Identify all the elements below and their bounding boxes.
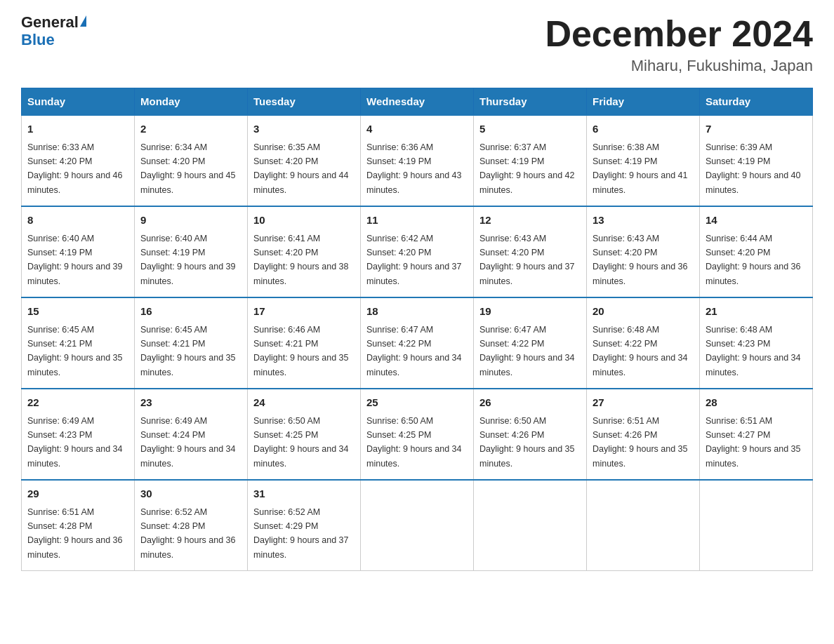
header-cell-monday: Monday: [135, 88, 248, 116]
day-info: Sunrise: 6:38 AMSunset: 4:19 PMDaylight:…: [593, 142, 688, 195]
day-cell: 13Sunrise: 6:43 AMSunset: 4:20 PMDayligh…: [587, 206, 700, 297]
header-cell-friday: Friday: [587, 88, 700, 116]
day-info: Sunrise: 6:51 AMSunset: 4:27 PMDaylight:…: [706, 416, 801, 469]
day-info: Sunrise: 6:42 AMSunset: 4:20 PMDaylight:…: [366, 234, 462, 286]
day-number: 18: [366, 304, 468, 320]
day-number: 23: [140, 395, 241, 411]
day-cell: [474, 480, 587, 571]
day-cell: 8Sunrise: 6:40 AMSunset: 4:19 PMDaylight…: [22, 206, 135, 297]
header-row: SundayMondayTuesdayWednesdayThursdayFrid…: [22, 88, 813, 116]
day-info: Sunrise: 6:52 AMSunset: 4:28 PMDaylight:…: [140, 507, 236, 560]
day-number: 14: [706, 213, 807, 229]
day-cell: 23Sunrise: 6:49 AMSunset: 4:24 PMDayligh…: [135, 389, 248, 480]
title-block: December 2024 Miharu, Fukushima, Japan: [545, 14, 813, 75]
day-cell: 26Sunrise: 6:50 AMSunset: 4:26 PMDayligh…: [474, 389, 587, 480]
day-number: 24: [253, 395, 355, 411]
day-number: 11: [366, 213, 468, 229]
day-cell: [361, 480, 474, 571]
day-info: Sunrise: 6:43 AMSunset: 4:20 PMDaylight:…: [593, 234, 688, 286]
day-cell: 28Sunrise: 6:51 AMSunset: 4:27 PMDayligh…: [700, 389, 813, 480]
day-number: 5: [479, 121, 581, 137]
day-number: 25: [366, 395, 468, 411]
day-number: 20: [593, 304, 694, 320]
day-cell: 19Sunrise: 6:47 AMSunset: 4:22 PMDayligh…: [474, 297, 587, 389]
day-number: 29: [27, 486, 128, 502]
day-info: Sunrise: 6:33 AMSunset: 4:20 PMDaylight:…: [27, 142, 123, 195]
day-number: 1: [27, 121, 128, 137]
day-info: Sunrise: 6:34 AMSunset: 4:20 PMDaylight:…: [140, 142, 236, 195]
day-cell: 17Sunrise: 6:46 AMSunset: 4:21 PMDayligh…: [248, 297, 361, 389]
day-info: Sunrise: 6:46 AMSunset: 4:21 PMDaylight:…: [253, 325, 349, 377]
day-cell: 2Sunrise: 6:34 AMSunset: 4:20 PMDaylight…: [135, 115, 248, 206]
day-info: Sunrise: 6:50 AMSunset: 4:26 PMDaylight:…: [479, 416, 575, 469]
day-number: 10: [253, 213, 355, 229]
week-row-5: 29Sunrise: 6:51 AMSunset: 4:28 PMDayligh…: [22, 480, 813, 571]
day-number: 17: [253, 304, 355, 320]
day-info: Sunrise: 6:49 AMSunset: 4:23 PMDaylight:…: [27, 416, 123, 469]
day-info: Sunrise: 6:35 AMSunset: 4:20 PMDaylight:…: [253, 142, 349, 195]
day-info: Sunrise: 6:50 AMSunset: 4:25 PMDaylight:…: [366, 416, 462, 469]
day-info: Sunrise: 6:41 AMSunset: 4:20 PMDaylight:…: [253, 234, 349, 286]
day-cell: 9Sunrise: 6:40 AMSunset: 4:19 PMDaylight…: [135, 206, 248, 297]
day-number: 21: [706, 304, 807, 320]
logo-blue: Blue: [21, 31, 55, 49]
day-cell: 20Sunrise: 6:48 AMSunset: 4:22 PMDayligh…: [587, 297, 700, 389]
header-cell-wednesday: Wednesday: [361, 88, 474, 116]
day-info: Sunrise: 6:51 AMSunset: 4:28 PMDaylight:…: [27, 507, 123, 560]
day-cell: 24Sunrise: 6:50 AMSunset: 4:25 PMDayligh…: [248, 389, 361, 480]
day-number: 22: [27, 395, 128, 411]
calendar-table: SundayMondayTuesdayWednesdayThursdayFrid…: [21, 88, 813, 571]
day-number: 28: [706, 395, 807, 411]
day-number: 19: [479, 304, 581, 320]
day-cell: 12Sunrise: 6:43 AMSunset: 4:20 PMDayligh…: [474, 206, 587, 297]
day-info: Sunrise: 6:47 AMSunset: 4:22 PMDaylight:…: [366, 325, 462, 377]
day-number: 26: [479, 395, 581, 411]
day-cell: 1Sunrise: 6:33 AMSunset: 4:20 PMDaylight…: [22, 115, 135, 206]
logo: General Blue: [21, 14, 86, 49]
day-number: 13: [593, 213, 694, 229]
day-cell: 16Sunrise: 6:45 AMSunset: 4:21 PMDayligh…: [135, 297, 248, 389]
day-info: Sunrise: 6:47 AMSunset: 4:22 PMDaylight:…: [479, 325, 575, 377]
day-number: 8: [27, 213, 128, 229]
day-cell: 6Sunrise: 6:38 AMSunset: 4:19 PMDaylight…: [587, 115, 700, 206]
day-cell: 14Sunrise: 6:44 AMSunset: 4:20 PMDayligh…: [700, 206, 813, 297]
calendar-body: 1Sunrise: 6:33 AMSunset: 4:20 PMDaylight…: [22, 115, 813, 571]
day-cell: 29Sunrise: 6:51 AMSunset: 4:28 PMDayligh…: [22, 480, 135, 571]
page-header: General Blue December 2024 Miharu, Fukus…: [21, 14, 813, 75]
day-cell: 30Sunrise: 6:52 AMSunset: 4:28 PMDayligh…: [135, 480, 248, 571]
day-cell: 25Sunrise: 6:50 AMSunset: 4:25 PMDayligh…: [361, 389, 474, 480]
calendar-header: SundayMondayTuesdayWednesdayThursdayFrid…: [22, 88, 813, 116]
week-row-1: 1Sunrise: 6:33 AMSunset: 4:20 PMDaylight…: [22, 115, 813, 206]
calendar-subtitle: Miharu, Fukushima, Japan: [545, 57, 813, 75]
calendar-title: December 2024: [545, 14, 813, 54]
day-number: 27: [593, 395, 694, 411]
day-cell: 21Sunrise: 6:48 AMSunset: 4:23 PMDayligh…: [700, 297, 813, 389]
day-info: Sunrise: 6:44 AMSunset: 4:20 PMDaylight:…: [706, 234, 801, 286]
day-info: Sunrise: 6:40 AMSunset: 4:19 PMDaylight:…: [27, 234, 123, 286]
day-cell: 10Sunrise: 6:41 AMSunset: 4:20 PMDayligh…: [248, 206, 361, 297]
day-info: Sunrise: 6:51 AMSunset: 4:26 PMDaylight:…: [593, 416, 688, 469]
day-cell: [587, 480, 700, 571]
day-info: Sunrise: 6:45 AMSunset: 4:21 PMDaylight:…: [140, 325, 236, 377]
day-cell: 5Sunrise: 6:37 AMSunset: 4:19 PMDaylight…: [474, 115, 587, 206]
day-cell: 18Sunrise: 6:47 AMSunset: 4:22 PMDayligh…: [361, 297, 474, 389]
day-info: Sunrise: 6:43 AMSunset: 4:20 PMDaylight:…: [479, 234, 575, 286]
day-cell: 27Sunrise: 6:51 AMSunset: 4:26 PMDayligh…: [587, 389, 700, 480]
day-number: 6: [593, 121, 694, 137]
day-number: 2: [140, 121, 241, 137]
header-cell-tuesday: Tuesday: [248, 88, 361, 116]
day-number: 30: [140, 486, 241, 502]
day-number: 12: [479, 213, 581, 229]
day-cell: 15Sunrise: 6:45 AMSunset: 4:21 PMDayligh…: [22, 297, 135, 389]
day-info: Sunrise: 6:48 AMSunset: 4:22 PMDaylight:…: [593, 325, 688, 377]
day-info: Sunrise: 6:45 AMSunset: 4:21 PMDaylight:…: [27, 325, 123, 377]
day-cell: 11Sunrise: 6:42 AMSunset: 4:20 PMDayligh…: [361, 206, 474, 297]
day-cell: 22Sunrise: 6:49 AMSunset: 4:23 PMDayligh…: [22, 389, 135, 480]
day-info: Sunrise: 6:39 AMSunset: 4:19 PMDaylight:…: [706, 142, 801, 195]
day-info: Sunrise: 6:52 AMSunset: 4:29 PMDaylight:…: [253, 507, 349, 560]
week-row-3: 15Sunrise: 6:45 AMSunset: 4:21 PMDayligh…: [22, 297, 813, 389]
header-cell-thursday: Thursday: [474, 88, 587, 116]
day-info: Sunrise: 6:49 AMSunset: 4:24 PMDaylight:…: [140, 416, 236, 469]
week-row-4: 22Sunrise: 6:49 AMSunset: 4:23 PMDayligh…: [22, 389, 813, 480]
day-cell: 7Sunrise: 6:39 AMSunset: 4:19 PMDaylight…: [700, 115, 813, 206]
